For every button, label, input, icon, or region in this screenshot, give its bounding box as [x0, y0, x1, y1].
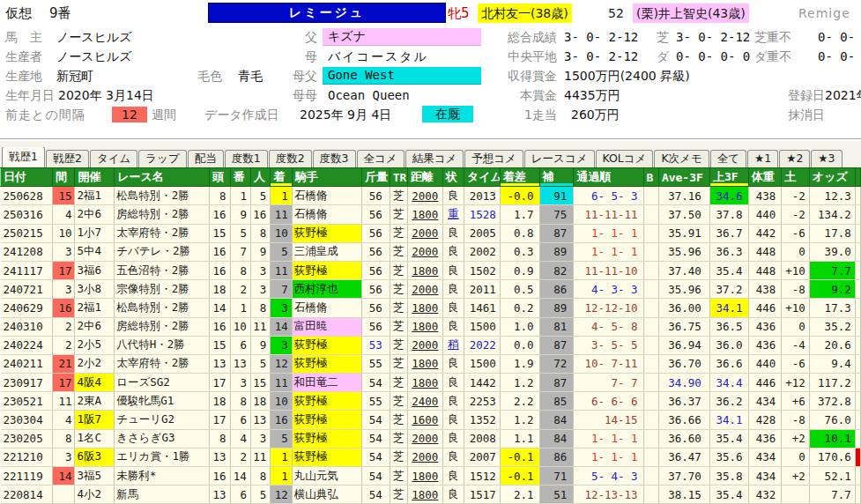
cell-dist[interactable]: 1800	[407, 485, 442, 504]
cell-dist[interactable]: 1800	[407, 261, 442, 279]
race-row-14[interactable]: 23020581名CきさらぎG38435荻野極54芝2000良20081.184…	[1, 429, 861, 448]
cell-dist[interactable]: 1800	[407, 317, 442, 336]
cell-race[interactable]: 松島特別・2勝	[115, 187, 210, 205]
race-row-7[interactable]: 240629162福1松島特別・2勝14183石橋脩56芝1800良14610.…	[1, 299, 861, 317]
cell-race[interactable]: チューリG2	[115, 411, 210, 429]
cell-dist[interactable]: 2400	[407, 392, 442, 411]
tab-18[interactable]: ★3	[811, 150, 842, 167]
column-header-dist[interactable]: 距離	[407, 168, 442, 187]
column-header-date[interactable]: 日付	[1, 168, 53, 187]
column-header-margin[interactable]: 着差	[500, 168, 539, 187]
race-row-1[interactable]: 250628152福1松島特別・2勝8151石橋脩56芝2000良2013-0.…	[1, 187, 861, 205]
cell-dist[interactable]: 2000	[407, 187, 442, 205]
race-row-5[interactable]: 241117173福6五色沼特・2勝168311荻野極56芝1800良15020…	[1, 261, 861, 279]
cell-odds: 12.3	[809, 187, 855, 205]
column-header-jockey[interactable]: 騎手	[292, 168, 361, 187]
column-header-meet[interactable]: 開催	[75, 168, 115, 187]
damsire-value: Gone West	[323, 67, 481, 84]
column-header-ave3f[interactable]: Ave-3F	[658, 168, 709, 187]
race-row-4[interactable]: 24120835中4チバテレ・2勝16795三浦皇成56芝2000良20020.…	[1, 242, 861, 261]
column-header-stub[interactable]	[855, 168, 860, 187]
tab-5[interactable]: 配当	[188, 150, 224, 167]
cell-chg: 0	[782, 448, 810, 466]
race-row-11[interactable]: 230917174阪4ローズSG21731511和田竜二54芝1800良1442…	[1, 374, 861, 392]
column-header-pop[interactable]: 人	[250, 168, 270, 187]
cell-dist[interactable]: 2000	[407, 429, 442, 448]
column-header-idx[interactable]: 補	[539, 168, 574, 187]
column-header-surface[interactable]: TR	[390, 168, 407, 187]
damsire-label: 母父	[280, 67, 317, 85]
tab-10[interactable]: 結果コメ	[405, 150, 464, 167]
column-header-pos[interactable]: 通過順	[574, 168, 643, 187]
cell-race[interactable]: 太宰府特・2勝	[115, 354, 210, 373]
tab-3[interactable]: タイム	[90, 150, 137, 167]
column-header-gap[interactable]: 間	[53, 168, 75, 187]
column-header-weight[interactable]: 体重	[748, 168, 782, 187]
cell-dist[interactable]: 1800	[407, 374, 442, 392]
cell-dist[interactable]: 1800	[407, 205, 442, 224]
column-header-time[interactable]: タイム	[464, 168, 501, 187]
cell-race[interactable]: チバテレ・2勝	[115, 242, 210, 261]
column-header-draw[interactable]: 番	[230, 168, 250, 187]
cell-dist[interactable]: 2000	[407, 336, 442, 354]
cell-race[interactable]: 五色沼特・2勝	[115, 261, 210, 279]
cell-dist[interactable]: 1800	[407, 299, 442, 317]
column-header-cond[interactable]: 状	[442, 168, 464, 187]
column-header-last3f[interactable]: 上3F	[709, 168, 748, 187]
tab-6[interactable]: 度数1	[225, 150, 268, 167]
tab-1[interactable]: 戦歴1	[2, 147, 45, 167]
column-header-race[interactable]: レース名	[115, 168, 210, 187]
race-row-2[interactable]: 25031642中6房総特別・2勝1691611石橋脩56芝1800重15281…	[1, 205, 861, 224]
race-row-15[interactable]: 22121036阪3エリカ賞・1勝132111荻野極54芝2000良2007-0…	[1, 448, 861, 466]
cell-load: 54	[362, 467, 390, 485]
tab-15[interactable]: 全て	[710, 150, 746, 167]
race-row-12[interactable]: 230521112東A優駿牝馬G11881810荻野極55芝2400良22532…	[1, 392, 861, 411]
cell-dist[interactable]: 1800	[407, 467, 442, 485]
cell-race[interactable]: 八代特H・2勝	[115, 336, 210, 354]
cell-race[interactable]: きさらぎG3	[115, 429, 210, 448]
column-header-fin[interactable]: 着	[271, 168, 292, 187]
tab-7[interactable]: 度数2	[269, 150, 312, 167]
race-row-6[interactable]: 24072133小8宗像特別・2勝18237西村淳也56芝2000良20110.…	[1, 280, 861, 299]
tab-16[interactable]: ★1	[747, 150, 778, 167]
race-row-16[interactable]: 221119143福5未勝利*161481丸山元気54芝1800良1512-0.…	[1, 467, 861, 485]
cell-race[interactable]: 新馬	[115, 485, 210, 504]
cell-race[interactable]: 未勝利*	[115, 467, 210, 485]
race-row-8[interactable]: 24031022中6房総特別・2勝16101114富田暁56芝1800良1500…	[1, 317, 861, 336]
cell-race[interactable]: 宗像特別・2勝	[115, 280, 210, 299]
tab-12[interactable]: レースコメ	[524, 150, 595, 167]
cell-dist[interactable]: 1800	[407, 354, 442, 373]
tab-9[interactable]: 全コメ	[357, 150, 405, 167]
cell-race[interactable]: 太宰府特・2勝	[115, 224, 210, 242]
cell-dist[interactable]: 2000	[407, 242, 442, 261]
tab-17[interactable]: ★2	[779, 150, 810, 167]
cell-dist[interactable]: 2000	[407, 224, 442, 242]
race-row-9[interactable]: 24022422小5八代特H・2勝15693荻野極53芝2000稍20220.0…	[1, 336, 861, 354]
cell-race[interactable]: 房総特別・2勝	[115, 317, 210, 336]
race-row-10[interactable]: 240211212小2太宰府特・2勝1313512荻野極55芝1800良1500…	[1, 354, 861, 373]
cell-race[interactable]: 房総特別・2勝	[115, 205, 210, 224]
column-header-field[interactable]: 頭	[210, 168, 230, 187]
column-header-b[interactable]: B	[643, 168, 658, 187]
tab-14[interactable]: K次メモ	[654, 150, 709, 167]
cell-dist[interactable]: 1600	[407, 411, 442, 429]
cell-race[interactable]: 松島特別・2勝	[115, 299, 210, 317]
tab-11[interactable]: 予想コメ	[464, 150, 523, 167]
race-row-17[interactable]: 2208144小2新馬136512横山典弘54芝1800良15172.15112…	[1, 485, 861, 504]
column-header-chg[interactable]: 土	[782, 168, 810, 187]
cell-race[interactable]: エリカ賞・1勝	[115, 448, 210, 466]
column-header-odds[interactable]: オッズ	[809, 168, 855, 187]
cell-time: 2011	[464, 280, 501, 299]
tab-8[interactable]: 度数3	[313, 150, 356, 167]
cell-race[interactable]: ローズSG2	[115, 374, 210, 392]
tab-4[interactable]: ラップ	[138, 150, 186, 167]
column-header-load[interactable]: 斤量	[362, 168, 390, 187]
tab-13[interactable]: KOLコメ	[596, 150, 654, 167]
cell-stub	[855, 336, 860, 354]
cell-race[interactable]: 優駿牝馬G1	[115, 392, 210, 411]
cell-dist[interactable]: 2000	[407, 448, 442, 466]
race-row-13[interactable]: 23030441阪7チューリG21761316荻野極54芝1600良13521.…	[1, 411, 861, 429]
cell-dist[interactable]: 2000	[407, 280, 442, 299]
tab-2[interactable]: 戦歴2	[46, 150, 89, 167]
race-row-3[interactable]: 250215101小7太宰府特・2勝155810荻野極56芝2000良20050…	[1, 224, 861, 242]
